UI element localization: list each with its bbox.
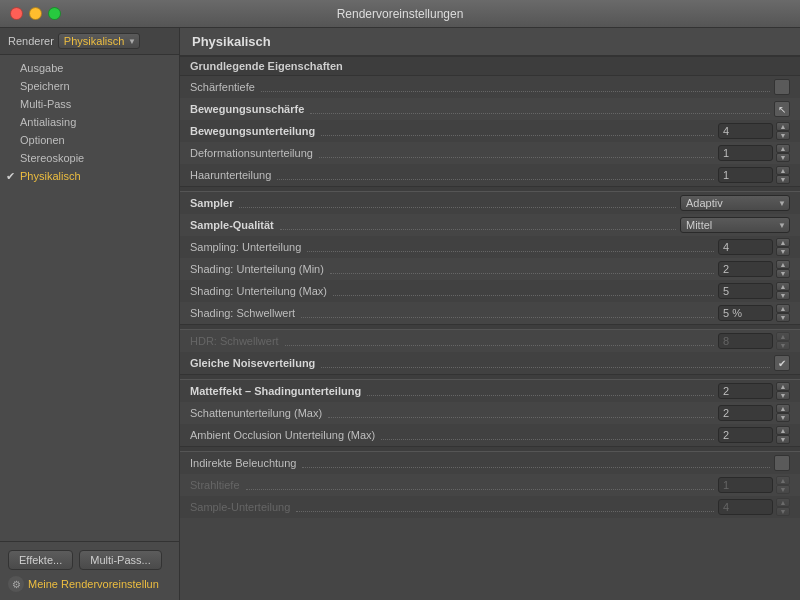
minimize-button[interactable]	[29, 7, 42, 20]
prop-row-strahltiefe: Strahltiefe1▲▼	[180, 474, 800, 496]
checkbox-bewegung[interactable]: ↖	[774, 101, 790, 117]
spinner-input-schatten[interactable]: 2	[718, 405, 773, 421]
prop-row-shading-max: Shading: Unterteilung (Max)5▲▼	[180, 280, 800, 302]
prop-value-matteffekt: 2▲▼	[718, 382, 790, 400]
bottom-buttons: Effekte... Multi-Pass...	[8, 550, 171, 570]
prop-row-haar: Haarunterteilung1▲▼	[180, 164, 800, 186]
spinner-down-deformation[interactable]: ▼	[776, 153, 790, 162]
close-button[interactable]	[10, 7, 23, 20]
spinner-input-strahltiefe: 1	[718, 477, 773, 493]
spinner-up-shading-max[interactable]: ▲	[776, 282, 790, 291]
prop-label-text-shading-schwellwert: Shading: Schwellwert	[190, 307, 295, 319]
spinner-input-haar[interactable]: 1	[718, 167, 773, 183]
spinner-up-sampling-unterteilung[interactable]: ▲	[776, 238, 790, 247]
spinner-input-deformation[interactable]: 1	[718, 145, 773, 161]
preset-row: ⚙ Meine Rendervoreinstellun	[8, 576, 171, 592]
spinner-down-haar[interactable]: ▼	[776, 175, 790, 184]
spinner-down-shading-max[interactable]: ▼	[776, 291, 790, 300]
sidebar-item-speichern[interactable]: Speichern	[0, 77, 179, 95]
spinner-down-shading-min[interactable]: ▼	[776, 269, 790, 278]
spinner-input-shading-min[interactable]: 2	[718, 261, 773, 277]
prop-value-indirekte	[774, 455, 790, 471]
spinner-input-sampling-unterteilung[interactable]: 4	[718, 239, 773, 255]
checkbox-indirekte[interactable]	[774, 455, 790, 471]
spinner-input-hdr-schwellwert: 8	[718, 333, 773, 349]
spinner-btns-schatten: ▲▼	[776, 404, 790, 422]
spinner-down-bew-unterteilung[interactable]: ▼	[776, 131, 790, 140]
spinner-up-shading-schwellwert[interactable]: ▲	[776, 304, 790, 313]
spinner-input-sample-unterteilung: 4	[718, 499, 773, 515]
prop-value-gleiche-noise	[774, 355, 790, 371]
spinner-btns-matteffekt: ▲▼	[776, 382, 790, 400]
section-header-grundlegende: Grundlegende Eigenschaften	[180, 56, 800, 76]
spinner-btns-sample-unterteilung: ▲▼	[776, 498, 790, 516]
spinner-down-ambient[interactable]: ▼	[776, 435, 790, 444]
sidebar-item-multi-pass[interactable]: Multi-Pass	[0, 95, 179, 113]
prop-label-shading-min: Shading: Unterteilung (Min)	[190, 263, 718, 275]
spinner-input-shading-max[interactable]: 5	[718, 283, 773, 299]
spinner-up-matteffekt[interactable]: ▲	[776, 382, 790, 391]
prop-label-text-indirekte: Indirekte Beleuchtung	[190, 457, 296, 469]
sidebar-item-label-stereoskopie: Stereoskopie	[20, 152, 84, 164]
prop-label-text-sampling-unterteilung: Sampling: Unterteilung	[190, 241, 301, 253]
spinner-input-matteffekt[interactable]: 2	[718, 383, 773, 399]
dots-sampler	[239, 198, 676, 208]
prop-label-text-hdr-schwellwert: HDR: Schwellwert	[190, 335, 279, 347]
dots-sample-quality	[280, 220, 676, 230]
checkbox-gleiche-noise[interactable]	[774, 355, 790, 371]
sidebar-item-optionen[interactable]: Optionen	[0, 131, 179, 149]
content: Physikalisch Grundlegende EigenschaftenS…	[180, 28, 800, 600]
spinner-up-bew-unterteilung[interactable]: ▲	[776, 122, 790, 131]
spinner-btns-strahltiefe: ▲▼	[776, 476, 790, 494]
prop-label-haar: Haarunterteilung	[190, 169, 718, 181]
prop-row-sample-unterteilung: Sample-Unterteilung4▲▼	[180, 496, 800, 518]
dots-matteffekt	[367, 386, 714, 396]
dropdown-sample-quality[interactable]: Mittel	[680, 217, 790, 233]
sidebar-item-antialiasing[interactable]: Antialiasing	[0, 113, 179, 131]
prop-label-text-shading-max: Shading: Unterteilung (Max)	[190, 285, 327, 297]
window-controls	[10, 7, 61, 20]
spinner-down-matteffekt[interactable]: ▼	[776, 391, 790, 400]
prop-label-schatten: Schattenunterteilung (Max)	[190, 407, 718, 419]
prop-value-strahltiefe: 1▲▼	[718, 476, 790, 494]
renderer-select-wrap: Physikalisch Standard	[58, 33, 140, 49]
prop-row-gleiche-noise: Gleiche Noiseverteilung	[180, 352, 800, 374]
spinner-up-haar[interactable]: ▲	[776, 166, 790, 175]
renderer-select[interactable]: Physikalisch Standard	[58, 33, 140, 49]
spinner-down-sampling-unterteilung[interactable]: ▼	[776, 247, 790, 256]
effekte-button[interactable]: Effekte...	[8, 550, 73, 570]
sidebar-item-label-multi-pass: Multi-Pass	[20, 98, 71, 110]
spinner-up-sample-unterteilung: ▲	[776, 498, 790, 507]
prop-label-text-ambient: Ambient Occlusion Unterteilung (Max)	[190, 429, 375, 441]
sidebar-item-label-antialiasing: Antialiasing	[20, 116, 76, 128]
spinner-up-shading-min[interactable]: ▲	[776, 260, 790, 269]
content-body: Grundlegende EigenschaftenSchärfentiefeB…	[180, 56, 800, 600]
spinner-btns-shading-schwellwert: ▲▼	[776, 304, 790, 322]
spinner-up-ambient[interactable]: ▲	[776, 426, 790, 435]
spinner-up-schatten[interactable]: ▲	[776, 404, 790, 413]
maximize-button[interactable]	[48, 7, 61, 20]
gear-icon[interactable]: ⚙	[8, 576, 24, 592]
prop-value-deformation: 1▲▼	[718, 144, 790, 162]
spinner-up-deformation[interactable]: ▲	[776, 144, 790, 153]
prop-label-bewegung: Bewegungsunschärfe	[190, 103, 774, 115]
sidebar-item-ausgabe[interactable]: Ausgabe	[0, 59, 179, 77]
sidebar: Renderer Physikalisch Standard AusgabeSp…	[0, 28, 180, 600]
spinner-input-shading-schwellwert[interactable]: 5 %	[718, 305, 773, 321]
spinner-down-shading-schwellwert[interactable]: ▼	[776, 313, 790, 322]
sidebar-item-stereoskopie[interactable]: Stereoskopie	[0, 149, 179, 167]
prop-row-bew-unterteilung: Bewegungsunterteilung4▲▼	[180, 120, 800, 142]
multipass-button[interactable]: Multi-Pass...	[79, 550, 162, 570]
prop-label-text-sample-quality: Sample-Qualität	[190, 219, 274, 231]
checkbox-schaerfe[interactable]	[774, 79, 790, 95]
prop-value-shading-schwellwert: 5 %▲▼	[718, 304, 790, 322]
spinner-down-schatten[interactable]: ▼	[776, 413, 790, 422]
prop-row-indirekte: Indirekte Beleuchtung	[180, 452, 800, 474]
prop-label-text-schaerfe: Schärfentiefe	[190, 81, 255, 93]
check-mark-physikalisch: ✔	[6, 170, 15, 183]
dropdown-sampler[interactable]: Adaptiv	[680, 195, 790, 211]
spinner-input-bew-unterteilung[interactable]: 4	[718, 123, 773, 139]
sidebar-item-physikalisch[interactable]: ✔Physikalisch	[0, 167, 179, 185]
spinner-input-ambient[interactable]: 2	[718, 427, 773, 443]
prop-value-shading-min: 2▲▼	[718, 260, 790, 278]
